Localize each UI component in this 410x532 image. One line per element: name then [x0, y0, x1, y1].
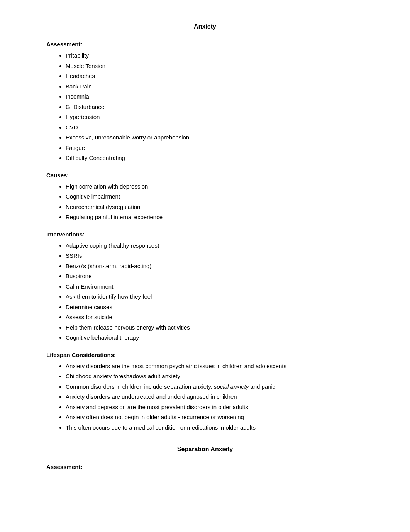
list-item: Regulating painful internal experience	[66, 213, 364, 222]
lifespan-heading: Lifespan Considerations:	[46, 352, 364, 358]
list-item: Insomnia	[66, 92, 364, 101]
causes-section: Causes: High correlation with depression…	[46, 172, 364, 222]
assessment-heading: Assessment:	[46, 41, 364, 48]
list-item: Childhood anxiety foreshadows adult anxi…	[66, 372, 364, 381]
list-item-text-part2: and panic	[249, 383, 275, 390]
list-item: Benzo’s (short-term, rapid-acting)	[66, 262, 364, 271]
list-item: Determine causes	[66, 303, 364, 312]
list-item: Irritability	[66, 51, 364, 60]
list-item-italic-part: social anxiety	[214, 383, 249, 390]
page-title: Anxiety	[46, 23, 364, 30]
list-item: Excessive, unreasonable worry or apprehe…	[66, 133, 364, 142]
list-item: Muscle Tension	[66, 62, 364, 71]
list-item: CVD	[66, 123, 364, 132]
list-item: Cognitive behavioral therapy	[66, 333, 364, 342]
lifespan-list: Anxiety disorders are the most common ps…	[46, 362, 364, 432]
separation-assessment-heading: Assessment:	[46, 464, 364, 470]
causes-heading: Causes:	[46, 172, 364, 178]
list-item: Common disorders in children include sep…	[66, 382, 364, 391]
interventions-section: Interventions: Adaptive coping (healthy …	[46, 231, 364, 342]
list-item: Hypertension	[66, 113, 364, 122]
assessment-section: Assessment: Irritability Muscle Tension …	[46, 41, 364, 163]
separation-anxiety-title: Separation Anxiety	[46, 446, 364, 453]
list-item: Ask them to identify how they feel	[66, 292, 364, 301]
list-item: Fatigue	[66, 144, 364, 153]
list-item: Assess for suicide	[66, 313, 364, 322]
list-item: This often occurs due to a medical condi…	[66, 423, 364, 432]
list-item: Anxiety disorders are the most common ps…	[66, 362, 364, 371]
lifespan-section: Lifespan Considerations: Anxiety disorde…	[46, 352, 364, 432]
list-item: Headaches	[66, 72, 364, 81]
causes-list: High correlation with depression Cogniti…	[46, 182, 364, 222]
list-item: Help them release nervous energy with ac…	[66, 323, 364, 332]
list-item: GI Disturbance	[66, 103, 364, 112]
list-item: Adaptive coping (healthy responses)	[66, 241, 364, 250]
list-item: Anxiety and depression are the most prev…	[66, 403, 364, 412]
list-item: SSRIs	[66, 252, 364, 260]
list-item: Buspirone	[66, 272, 364, 281]
assessment-list: Irritability Muscle Tension Headaches Ba…	[46, 51, 364, 163]
list-item: Back Pain	[66, 82, 364, 91]
list-item: Neurochemical dysregulation	[66, 203, 364, 212]
list-item: Calm Environment	[66, 282, 364, 291]
interventions-heading: Interventions:	[46, 231, 364, 238]
list-item: Cognitive impairment	[66, 192, 364, 201]
list-item-text-part: Common disorders in children include sep…	[66, 383, 214, 390]
list-item: High correlation with depression	[66, 182, 364, 191]
list-item: Difficulty Concentrating	[66, 154, 364, 163]
list-item: Anxiety often does not begin in older ad…	[66, 413, 364, 422]
interventions-list: Adaptive coping (healthy responses) SSRI…	[46, 241, 364, 342]
list-item: Anxiety disorders are undertreated and u…	[66, 393, 364, 401]
